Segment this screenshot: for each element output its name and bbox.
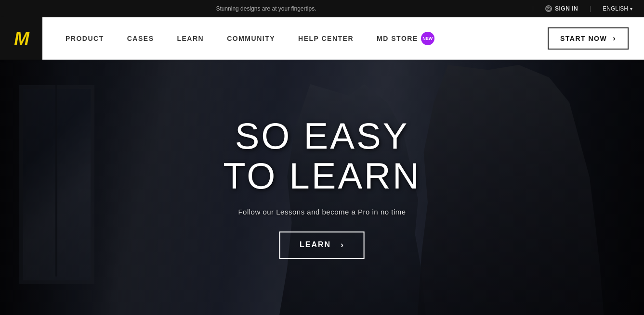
- nav-links: PRODUCT CASES LEARN COMMUNITY HELP CENTE…: [66, 32, 548, 45]
- language-selector[interactable]: ENGLISH ▾: [603, 5, 632, 12]
- navbar: M PRODUCT CASES LEARN COMMUNITY HELP CEN…: [0, 17, 644, 60]
- top-bar-divider: |: [532, 5, 534, 12]
- logo-container[interactable]: M: [0, 17, 42, 60]
- community-dropdown-indicator: [247, 43, 255, 47]
- hero-subtitle: Follow our Lessons and become a Pro in n…: [223, 208, 421, 216]
- hero-chevron-icon: ›: [341, 240, 344, 250]
- hero-section: SO EASY TO LEARN Follow our Lessons and …: [0, 60, 644, 315]
- start-now-label: START NOW: [560, 35, 607, 42]
- logo: M: [14, 28, 28, 49]
- nav-cases[interactable]: CASES: [127, 35, 154, 42]
- top-bar: Stunning designs are at your fingertips.…: [0, 0, 644, 17]
- start-now-button[interactable]: START NOW ›: [548, 27, 629, 50]
- sign-in-label: SIGN IN: [555, 5, 578, 12]
- nav-help-center[interactable]: HELP CENTER: [298, 35, 354, 42]
- hero-learn-label: LEARN: [300, 241, 331, 250]
- new-badge: NEW: [421, 32, 434, 45]
- hero-learn-button[interactable]: LEARN ›: [279, 231, 365, 259]
- power-icon: [545, 5, 552, 12]
- sign-in-area[interactable]: SIGN IN: [545, 5, 578, 12]
- nav-product[interactable]: PRODUCT: [66, 35, 104, 42]
- chevron-down-icon: ▾: [630, 6, 632, 12]
- hero-title-line1: SO EASY: [223, 116, 421, 156]
- announcement-message: Stunning designs are at your fingertips.: [12, 5, 521, 12]
- top-bar-divider2: |: [590, 5, 591, 12]
- chevron-right-icon: ›: [613, 34, 616, 43]
- nav-md-store: MD STORE: [377, 35, 418, 42]
- nav-community-wrapper: COMMUNITY: [227, 34, 275, 43]
- hero-title-line2: TO LEARN: [223, 156, 421, 197]
- hero-content: SO EASY TO LEARN Follow our Lessons and …: [223, 116, 421, 259]
- language-label: ENGLISH: [603, 5, 628, 12]
- nav-learn[interactable]: LEARN: [177, 35, 204, 42]
- nav-community[interactable]: COMMUNITY: [227, 35, 275, 42]
- nav-md-store-wrapper[interactable]: MD STORE NEW: [377, 32, 434, 45]
